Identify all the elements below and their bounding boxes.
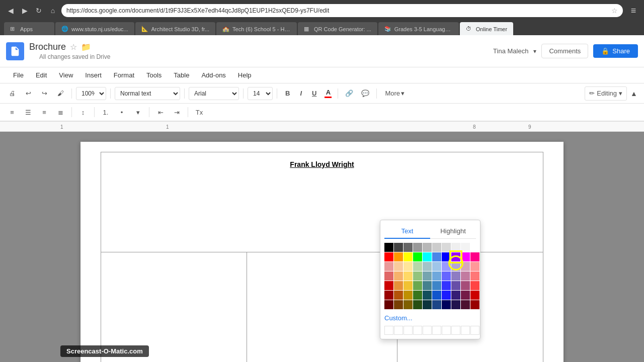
comment-button[interactable]: 💬 [358, 86, 372, 101]
color-swatch[interactable] [394, 281, 403, 290]
color-swatch[interactable] [470, 272, 479, 281]
color-swatch[interactable] [461, 300, 470, 309]
color-swatch[interactable] [451, 291, 460, 300]
tab-grades[interactable]: 📚 Grades 3-5 Language ... [378, 22, 459, 36]
color-swatch[interactable] [394, 300, 403, 309]
color-swatch[interactable] [404, 252, 413, 261]
menu-table[interactable]: Table [169, 69, 194, 81]
color-swatch[interactable] [413, 291, 422, 300]
unordered-list-button[interactable]: • [115, 105, 129, 119]
recent-color-swatch[interactable] [404, 326, 413, 335]
color-swatch[interactable] [384, 252, 393, 261]
color-swatch[interactable] [432, 272, 441, 281]
tab-timer[interactable]: ⏱ Online Timer [460, 22, 513, 36]
menu-edit[interactable]: Edit [31, 69, 52, 81]
color-swatch[interactable] [423, 272, 432, 281]
user-dropdown-icon[interactable]: ▾ [533, 48, 536, 55]
color-swatch[interactable] [442, 243, 451, 252]
color-swatch[interactable] [394, 272, 403, 281]
align-center-button[interactable]: ☰ [21, 105, 35, 119]
recent-color-swatch[interactable] [413, 326, 422, 335]
underline-button[interactable]: U [308, 86, 320, 101]
color-swatch[interactable] [432, 291, 441, 300]
back-button[interactable]: ◀ [5, 5, 16, 16]
color-swatch[interactable] [384, 291, 393, 300]
tab-text[interactable]: Text [384, 224, 430, 239]
doc-title[interactable]: Brochure [29, 42, 66, 52]
recent-color-swatch[interactable] [461, 326, 470, 335]
color-swatch[interactable] [451, 243, 460, 252]
color-swatch[interactable] [384, 281, 393, 290]
color-swatch[interactable] [394, 291, 403, 300]
undo-button[interactable]: ↩ [21, 86, 35, 101]
color-swatch[interactable] [451, 272, 460, 281]
tab-qr[interactable]: ▦ QR Code Generator: ... [298, 22, 377, 36]
color-swatch[interactable] [451, 252, 460, 261]
menu-addons[interactable]: Add-ons [196, 69, 230, 81]
custom-color-link[interactable]: Custom... [384, 312, 476, 324]
color-swatch[interactable] [442, 291, 451, 300]
color-swatch[interactable] [451, 300, 460, 309]
bold-button[interactable]: B [281, 86, 294, 101]
color-swatch[interactable] [461, 252, 470, 261]
recent-color-swatch[interactable] [432, 326, 441, 335]
color-swatch[interactable] [451, 262, 460, 271]
tab-tech[interactable]: 🏫 Tech (6) School 5 - Home [216, 22, 297, 36]
color-swatch[interactable] [423, 291, 432, 300]
color-swatch[interactable] [470, 243, 479, 252]
color-swatch[interactable] [423, 300, 432, 309]
color-swatch[interactable] [432, 281, 441, 290]
color-swatch[interactable] [423, 262, 432, 271]
color-swatch[interactable] [442, 272, 451, 281]
recent-color-swatch[interactable] [451, 326, 460, 335]
color-swatch[interactable] [413, 272, 422, 281]
user-name[interactable]: Tina Malech [493, 47, 528, 55]
color-swatch[interactable] [384, 272, 393, 281]
color-swatch[interactable] [413, 252, 422, 261]
bookmark-star[interactable]: ☆ [611, 7, 618, 15]
color-swatch[interactable] [442, 252, 451, 261]
tab-apps[interactable]: ⊞ Apps [4, 22, 54, 36]
redo-button[interactable]: ↪ [37, 86, 51, 101]
comments-button[interactable]: Comments [541, 44, 588, 58]
color-swatch[interactable] [423, 252, 432, 261]
recent-color-swatch[interactable] [384, 326, 393, 335]
forward-button[interactable]: ▶ [19, 5, 30, 16]
color-swatch[interactable] [461, 262, 470, 271]
recent-color-swatch[interactable] [442, 326, 451, 335]
line-spacing-button[interactable]: ↕ [76, 105, 90, 119]
align-left-button[interactable]: ≡ [5, 105, 19, 119]
color-swatch[interactable] [404, 291, 413, 300]
text-color-button[interactable]: A [323, 87, 334, 99]
font-name-select[interactable]: Arial [189, 87, 239, 100]
color-swatch[interactable] [413, 300, 422, 309]
color-swatch[interactable] [470, 281, 479, 290]
color-swatch[interactable] [413, 262, 422, 271]
align-right-button[interactable]: ≡ [37, 105, 51, 119]
menu-help[interactable]: Help [233, 69, 257, 81]
color-swatch[interactable] [404, 262, 413, 271]
justify-button[interactable]: ≣ [53, 105, 67, 119]
color-swatch[interactable] [461, 281, 470, 290]
more-button[interactable]: More ▾ [381, 86, 409, 101]
color-swatch[interactable] [413, 243, 422, 252]
color-swatch[interactable] [423, 243, 432, 252]
menu-view[interactable]: View [54, 69, 78, 81]
color-swatch[interactable] [470, 262, 479, 271]
paragraph-style-select[interactable]: Normal text [115, 87, 180, 100]
recent-color-swatch[interactable] [423, 326, 432, 335]
home-button[interactable]: ⌂ [47, 5, 58, 16]
color-swatch[interactable] [404, 300, 413, 309]
print-button[interactable]: 🖨 [5, 86, 19, 101]
recent-color-swatch[interactable] [470, 326, 479, 335]
address-bar[interactable]: https://docs.google.com/document/d/1t9F3… [61, 4, 623, 17]
italic-button[interactable]: I [296, 86, 306, 101]
color-swatch[interactable] [461, 243, 470, 252]
title-folder-icon[interactable]: 📁 [81, 42, 91, 52]
color-swatch[interactable] [442, 300, 451, 309]
color-swatch[interactable] [423, 281, 432, 290]
list-options-button[interactable]: ▾ [131, 105, 145, 119]
color-swatch[interactable] [394, 243, 403, 252]
color-swatch[interactable] [432, 300, 441, 309]
browser-menu-button[interactable]: ≡ [628, 5, 639, 16]
